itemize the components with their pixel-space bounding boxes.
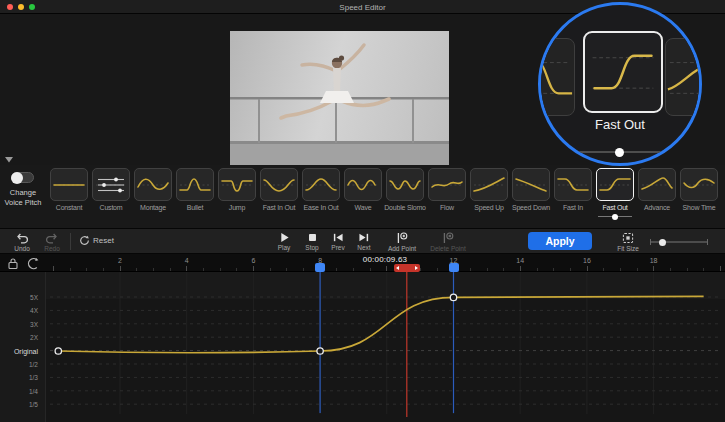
- curve-show-time-icon: [681, 174, 717, 196]
- delete-point-button[interactable]: Delete Point: [425, 232, 471, 252]
- preset-thumbnail: [512, 168, 550, 201]
- preset-speed-up[interactable]: Speed Up: [468, 168, 510, 217]
- preset-label: Flow: [426, 204, 468, 211]
- delete-point-label: Delete Point: [425, 245, 471, 252]
- slider-thumb[interactable]: [659, 239, 666, 246]
- preset-thumbnail: [176, 168, 214, 201]
- preset-fast-in[interactable]: Fast In: [552, 168, 594, 217]
- preset-thumbnail: [302, 168, 340, 201]
- preset-thumbnail: [638, 168, 676, 201]
- collapse-presets-chevron-icon[interactable]: [5, 157, 13, 163]
- preset-ease-in-out[interactable]: Ease In Out: [300, 168, 342, 217]
- reset-button[interactable]: Reset: [79, 235, 114, 246]
- curve-fast-in-out-icon: [261, 174, 297, 196]
- preset-thumbnail: [50, 168, 88, 201]
- curve-compare-button[interactable]: [26, 256, 42, 269]
- curve-montage-icon: [135, 174, 171, 196]
- next-button[interactable]: Next: [352, 232, 376, 251]
- preset-thumbnail: [260, 168, 298, 201]
- preset-show-time[interactable]: Show Time: [678, 168, 720, 217]
- curve-speed-down-icon: [513, 174, 549, 196]
- preset-label: Fast In: [552, 204, 594, 211]
- preset-jump[interactable]: Jump: [216, 168, 258, 217]
- delete-point-icon: [442, 232, 454, 244]
- prev-button[interactable]: Prev: [326, 232, 350, 251]
- add-point-icon: [396, 232, 408, 244]
- preset-thumbnail: [680, 168, 718, 201]
- lock-icon: [6, 257, 20, 270]
- graph-top-band: [46, 272, 725, 299]
- video-preview: [230, 31, 449, 169]
- reset-icon: [79, 235, 90, 246]
- curve-bullet-icon: [177, 174, 213, 196]
- preset-constant[interactable]: Constant: [48, 168, 90, 217]
- curve-keyframe-point[interactable]: [450, 294, 456, 300]
- speed-editor-window: Speed Editor: [0, 0, 725, 422]
- preset-label: Constant: [48, 204, 90, 211]
- keyframe-handle[interactable]: [449, 263, 459, 272]
- speed-curve-line[interactable]: [58, 296, 703, 352]
- play-label: Play: [272, 244, 296, 251]
- preset-label: Double Slomo: [384, 204, 426, 211]
- curve-constant-icon: [51, 174, 87, 196]
- preset-bullet[interactable]: Bullet: [174, 168, 216, 217]
- preset-custom[interactable]: Custom: [90, 168, 132, 217]
- undo-label: Undo: [8, 245, 36, 252]
- redo-button[interactable]: Redo: [38, 232, 66, 252]
- keyframe-handle[interactable]: [315, 263, 325, 272]
- voice-pitch-toggle[interactable]: [11, 172, 34, 183]
- speed-graph[interactable]: 5X4X3X2XOriginal1/21/31/41/5: [0, 272, 725, 422]
- preset-fast-in-out[interactable]: Fast In Out: [258, 168, 300, 217]
- timeline-zoom-slider[interactable]: [650, 241, 708, 243]
- fast-out-curve-icon: [595, 56, 652, 88]
- preset-wave[interactable]: Wave: [342, 168, 384, 217]
- curve-keyframe-point[interactable]: [317, 348, 323, 354]
- voice-pitch-label-line1: Change: [0, 188, 46, 197]
- curve-keyframe-point[interactable]: [55, 348, 61, 354]
- redo-icon: [45, 232, 59, 244]
- toolbar: Undo Redo Reset Play: [0, 228, 725, 254]
- preset-label: Show Time: [678, 204, 720, 211]
- preset-thumbnail: [218, 168, 256, 201]
- preset-speed-down[interactable]: Speed Down: [510, 168, 552, 217]
- undo-button[interactable]: Undo: [8, 232, 36, 252]
- curve-flow-icon: [429, 174, 465, 196]
- preset-double-slomo[interactable]: Double Slomo: [384, 168, 426, 217]
- lock-button[interactable]: [6, 256, 22, 269]
- preset-label: Advance: [636, 204, 678, 211]
- stop-button[interactable]: Stop: [300, 232, 324, 251]
- curve-jump-icon: [219, 174, 255, 196]
- preset-flow[interactable]: Flow: [426, 168, 468, 217]
- timeline-bar: 24681012141618 00:00:09.63: [0, 254, 725, 272]
- fit-size-icon: [622, 232, 634, 244]
- preset-intensity-slider[interactable]: [598, 216, 632, 217]
- speed-curve-plot[interactable]: [0, 272, 725, 422]
- preset-montage[interactable]: Montage: [132, 168, 174, 217]
- play-button[interactable]: Play: [272, 232, 296, 251]
- voice-pitch-control: Change Voice Pitch: [0, 165, 46, 225]
- preset-label: Ease In Out: [300, 204, 342, 211]
- c-curve-icon: [26, 257, 40, 270]
- curve-ease-in-out-icon: [303, 174, 339, 196]
- magnifier-intensity-slider[interactable]: [577, 151, 663, 153]
- playhead-badge[interactable]: [394, 264, 420, 272]
- curve-fast-in-icon: [555, 174, 591, 196]
- preset-label: Speed Up: [468, 204, 510, 211]
- preset-advance[interactable]: Advance: [636, 168, 678, 217]
- slider-thumb[interactable]: [615, 148, 624, 157]
- toggle-knob[interactable]: [11, 172, 23, 184]
- preset-label: Montage: [132, 204, 174, 211]
- next-label: Next: [352, 244, 376, 251]
- stop-icon: [307, 232, 318, 243]
- add-point-label: Add Point: [383, 245, 421, 252]
- add-point-button[interactable]: Add Point: [383, 232, 421, 252]
- fit-size-button[interactable]: Fit Size: [612, 232, 644, 252]
- preset-label: Custom: [90, 204, 132, 211]
- apply-button[interactable]: Apply: [528, 232, 592, 250]
- preset-label: Fast Out: [594, 204, 636, 211]
- preset-label: Jump: [216, 204, 258, 211]
- slider-thumb[interactable]: [612, 214, 618, 220]
- fit-size-label: Fit Size: [612, 245, 644, 252]
- redo-label: Redo: [38, 245, 66, 252]
- preset-fast-out[interactable]: Fast Out: [594, 168, 636, 217]
